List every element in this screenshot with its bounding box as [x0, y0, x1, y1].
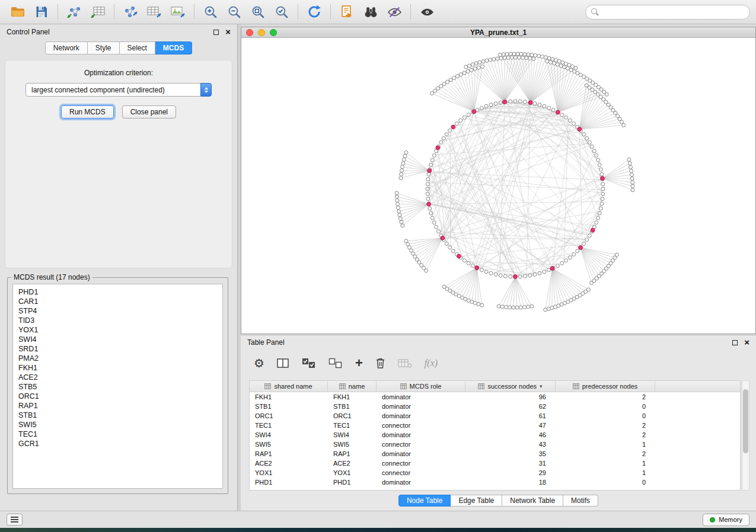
mcds-result-item[interactable]: PHD1 — [18, 287, 217, 297]
first-neighbors-button[interactable] — [359, 2, 382, 22]
delete-table-icon[interactable] — [398, 358, 412, 368]
tab-node-table[interactable]: Node Table — [398, 495, 451, 507]
mcds-result-item[interactable]: CAR1 — [18, 297, 217, 306]
minimize-window-button[interactable] — [258, 29, 265, 36]
column-header-successor-nodes[interactable]: successor nodes▾ — [465, 381, 556, 392]
close-table-panel-icon[interactable]: × — [744, 339, 749, 345]
node-table[interactable]: shared namenameMCDS rolesuccessor nodes▾… — [249, 380, 741, 491]
table-cell: dominator — [377, 392, 465, 402]
table-settings-gear-icon[interactable]: ⚙ — [254, 357, 264, 369]
network-window-title: YPA_prune.txt_1 — [241, 28, 755, 37]
table-row[interactable]: SWI4SWI4dominator462 — [250, 430, 740, 440]
mcds-result-item[interactable]: RAP1 — [18, 401, 217, 411]
zoom-selected-button[interactable] — [270, 2, 294, 22]
hide-selected-button[interactable] — [382, 2, 406, 22]
table-row[interactable]: PHD1PHD1dominator180 — [250, 477, 740, 487]
select-all-rows-icon[interactable] — [302, 358, 316, 369]
run-mcds-button[interactable]: Run MCDS — [61, 105, 114, 118]
search-input[interactable] — [602, 8, 744, 16]
table-cell: 2 — [556, 392, 655, 402]
memory-button[interactable]: Memory — [703, 514, 749, 526]
zoom-fit-button[interactable] — [246, 2, 270, 22]
table-row[interactable]: SWI5SWI5connector431 — [250, 440, 740, 449]
column-header-predecessor-nodes[interactable]: predecessor nodes — [556, 381, 655, 392]
mcds-result-item[interactable]: YOX1 — [18, 325, 217, 335]
deselect-all-rows-icon[interactable] — [328, 358, 343, 369]
open-file-button[interactable] — [6, 2, 30, 22]
tab-mcds[interactable]: MCDS — [155, 41, 192, 55]
table-row[interactable]: ACE2ACE2connector311 — [250, 459, 740, 468]
search-box[interactable] — [585, 5, 750, 20]
refresh-layout-button[interactable] — [302, 2, 326, 22]
close-window-button[interactable] — [246, 29, 253, 36]
main-toolbar — [0, 0, 756, 24]
close-panel-button[interactable]: Close panel — [122, 105, 176, 118]
toolbar-separator — [114, 4, 114, 20]
save-session-button[interactable] — [30, 2, 53, 22]
function-builder-icon[interactable]: f(x) — [425, 358, 438, 368]
mcds-result-item[interactable]: GCR1 — [18, 439, 217, 448]
network-view-window[interactable]: YPA_prune.txt_1 — [241, 27, 756, 334]
mcds-result-item[interactable]: ACE2 — [18, 373, 217, 382]
status-menu-icon[interactable] — [7, 514, 23, 525]
table-row[interactable]: FKH1FKH1dominator962 — [250, 392, 740, 402]
mcds-result-item[interactable]: SWI4 — [18, 335, 217, 344]
tab-select[interactable]: Select — [120, 41, 155, 55]
network-canvas-svg[interactable] — [241, 38, 755, 334]
memory-status-icon — [710, 517, 715, 523]
tab-edge-table[interactable]: Edge Table — [451, 495, 502, 507]
show-all-button[interactable] — [415, 2, 439, 22]
column-header-shared-name[interactable]: shared name — [250, 381, 328, 392]
float-panel-icon[interactable] — [213, 30, 219, 35]
column-header-name[interactable]: name — [328, 381, 377, 392]
tab-style[interactable]: Style — [88, 41, 120, 55]
new-network-from-selection-button[interactable] — [335, 2, 359, 22]
zoom-in-button[interactable] — [199, 2, 222, 22]
eye-icon — [420, 5, 435, 20]
control-panel: Control Panel × NetworkStyleSelectMCDS O… — [0, 24, 238, 511]
tab-network-table[interactable]: Network Table — [502, 495, 563, 507]
table-cell: 35 — [465, 449, 556, 459]
mcds-result-item[interactable]: ORC1 — [18, 392, 217, 401]
table-cell: PHD1 — [250, 477, 328, 487]
add-column-icon[interactable]: + — [355, 357, 363, 369]
mcds-result-item[interactable]: TID3 — [18, 316, 217, 325]
mcds-result-item[interactable]: PMA2 — [18, 354, 217, 363]
export-table-button[interactable] — [142, 2, 166, 22]
delete-column-trash-icon[interactable] — [375, 357, 385, 369]
table-row[interactable]: ORC1ORC1dominator610 — [250, 411, 740, 421]
table-cell: TEC1 — [328, 421, 377, 430]
export-network-button[interactable] — [119, 2, 142, 22]
table-cell: 1 — [556, 440, 655, 449]
import-network-from-file-button[interactable] — [62, 2, 86, 22]
column-header-MCDS-role[interactable]: MCDS role — [377, 381, 465, 392]
export-image-button[interactable] — [166, 2, 190, 22]
tab-network[interactable]: Network — [45, 41, 88, 55]
criterion-dropdown[interactable]: largest connected component (undirected) — [25, 83, 212, 97]
mcds-result-item[interactable]: STB1 — [18, 411, 217, 420]
mcds-result-item[interactable]: SRD1 — [18, 344, 217, 354]
table-cell: PHD1 — [328, 477, 377, 487]
table-row[interactable]: TEC1TEC1connector472 — [250, 421, 740, 430]
tab-motifs[interactable]: Motifs — [563, 495, 598, 507]
mcds-result-list[interactable]: PHD1CAR1STP4TID3YOX1SWI4SRD1PMA2FKH1ACE2… — [12, 284, 223, 489]
table-scrollbar[interactable] — [742, 380, 749, 491]
import-network-icon — [66, 5, 82, 19]
table-cell: 31 — [465, 459, 556, 468]
close-panel-icon[interactable]: × — [225, 29, 231, 35]
table-row[interactable]: RAP1RAP1dominator352 — [250, 449, 740, 459]
show-columns-icon[interactable] — [277, 358, 289, 368]
float-table-panel-icon[interactable] — [732, 340, 738, 345]
mcds-result-item[interactable]: STP4 — [18, 306, 217, 316]
mcds-result-item[interactable]: SWI5 — [18, 420, 217, 430]
mcds-result-item[interactable]: STB5 — [18, 382, 217, 392]
table-cell: ORC1 — [250, 411, 328, 421]
table-row[interactable]: YOX1YOX1connector291 — [250, 468, 740, 477]
zoom-out-button[interactable] — [222, 2, 246, 22]
mcds-result-item[interactable]: TEC1 — [18, 430, 217, 439]
table-scrollbar-thumb[interactable] — [743, 389, 748, 453]
import-table-from-file-button[interactable] — [86, 2, 110, 22]
mcds-result-item[interactable]: FKH1 — [18, 363, 217, 373]
table-row[interactable]: STB1STB1dominator620 — [250, 402, 740, 411]
maximize-window-button[interactable] — [270, 29, 277, 36]
